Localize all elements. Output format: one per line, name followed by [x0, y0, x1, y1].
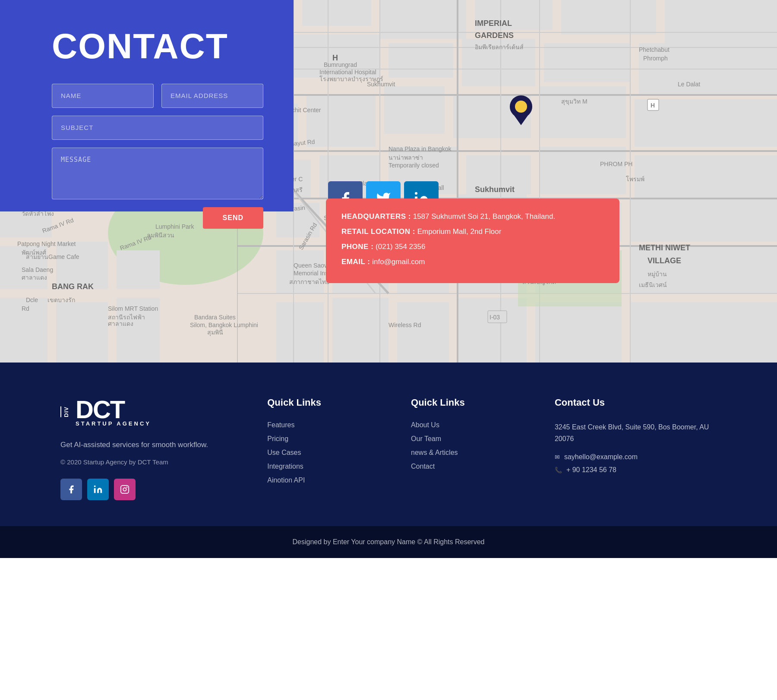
svg-text:I-03: I-03 [490, 314, 500, 321]
contact-panel: CONTACT SEND [0, 0, 294, 211]
instagram-footer-icon [120, 485, 130, 494]
footer-instagram-button[interactable] [114, 479, 136, 500]
logo-subtitle: STARTUP AGENCY [76, 420, 151, 427]
svg-text:BANG RAK: BANG RAK [52, 282, 94, 291]
svg-text:เขตบางรัก: เขตบางรัก [47, 296, 75, 303]
svg-rect-11 [544, 43, 630, 82]
svg-text:Le Dalat: Le Dalat [678, 81, 700, 88]
email-info: EMAIL : info@gmail.com [341, 256, 604, 268]
svg-text:เมธีนิเวศน์: เมธีนิเวศน์ [639, 281, 667, 288]
svg-text:สุมพินี: สุมพินี [207, 329, 223, 336]
svg-point-144 [415, 192, 417, 195]
svg-point-150 [123, 488, 126, 491]
svg-rect-52 [630, 302, 777, 363]
footer-email: sayhello@example.com [564, 453, 638, 461]
svg-text:PHROM PH: PHROM PH [600, 161, 632, 167]
svg-text:Dcle: Dcle [26, 296, 38, 303]
svg-text:Lumphini Park: Lumphini Park [155, 223, 194, 230]
footer-phone-item: 📞 + 90 1234 56 78 [555, 466, 717, 474]
svg-rect-34 [630, 199, 777, 242]
message-row [52, 148, 263, 199]
logo-divs-text: DIV [60, 407, 69, 417]
svg-rect-37 [117, 250, 160, 289]
svg-text:Bumrungrad: Bumrungrad [324, 61, 357, 68]
svg-text:หมู่บ้าน: หมู่บ้าน [648, 271, 667, 278]
footer-link-news[interactable]: news & Articles [411, 449, 529, 457]
footer-address: 3245 East Creek Blvd, Suite 590, Bos Boo… [555, 421, 717, 445]
svg-text:Silom MRT Station: Silom MRT Station [108, 305, 158, 312]
svg-rect-9 [388, 43, 453, 78]
footer-brand: DIV DCT STARTUP AGENCY Get AI-assisted s… [60, 397, 254, 500]
subject-row [52, 116, 263, 140]
svg-text:สุขุมวิท M: สุขุมวิท M [561, 98, 587, 105]
facebook-footer-icon [66, 485, 76, 494]
footer-link-features[interactable]: Features [267, 421, 385, 429]
svg-text:GARDENS: GARDENS [475, 31, 514, 40]
quick-links-1-title: Quick Links [267, 397, 385, 408]
svg-rect-47 [276, 302, 324, 363]
brand-logo: DIV DCT STARTUP AGENCY [60, 397, 237, 427]
svg-text:สภากาชาดไทย: สภากาชาดไทย [289, 278, 329, 285]
retail-info: RETAIL LOCATION : Emporium Mall, 2nd Flo… [341, 226, 604, 238]
svg-text:โพรมพ์: โพรมพ์ [626, 176, 644, 183]
submit-button[interactable]: SEND [203, 207, 263, 229]
footer-link-about[interactable]: About Us [411, 421, 529, 429]
svg-rect-3 [380, 0, 466, 39]
svg-text:Nana Plaza in Bangkok: Nana Plaza in Bangkok [388, 145, 452, 152]
copyright-text: © 2020 Startup Agency by DCT Team [60, 458, 237, 466]
map-pin [509, 95, 533, 127]
subject-input[interactable] [52, 116, 263, 140]
svg-rect-149 [121, 486, 129, 493]
svg-text:International Hospital: International Hospital [319, 69, 376, 76]
svg-text:Patpong Night Market: Patpong Night Market [17, 240, 76, 247]
footer-link-integrations[interactable]: Integrations [267, 463, 385, 470]
bottom-bar-text: Designed by Enter Your company Name © Al… [12, 538, 765, 546]
svg-text:Wireless Rd: Wireless Rd [388, 322, 421, 328]
footer-linkedin-button[interactable] [87, 479, 109, 500]
svg-text:VILLAGE: VILLAGE [648, 256, 681, 265]
footer-quick-links-1: Quick Links Features Pricing Use Cases I… [254, 397, 398, 500]
svg-text:Bandara Suites: Bandara Suites [194, 314, 236, 321]
name-email-row [52, 84, 263, 108]
svg-marker-147 [514, 115, 528, 125]
svg-rect-26 [540, 147, 626, 194]
svg-text:สามย่านGame Cafe: สามย่านGame Cafe [26, 253, 79, 260]
footer-link-our-team[interactable]: Our Team [411, 435, 529, 443]
svg-text:Silom, Bangkok Lumphini: Silom, Bangkok Lumphini [190, 322, 258, 328]
footer-phone: + 90 1234 56 78 [566, 466, 616, 474]
svg-rect-49 [397, 302, 449, 363]
svg-text:Phetchabut: Phetchabut [639, 46, 670, 53]
svg-rect-51 [535, 302, 622, 363]
message-textarea[interactable] [52, 148, 263, 199]
email-input[interactable] [161, 84, 263, 108]
svg-text:H: H [332, 54, 338, 62]
svg-text:อิมพีเรียลการ์เด้นส์: อิมพีเรียลการ์เด้นส์ [475, 44, 524, 50]
bottom-bar: Designed by Enter Your company Name © Al… [0, 526, 777, 558]
phone-info: PHONE : (021) 354 2356 [341, 241, 604, 253]
svg-text:METHI NIWET: METHI NIWET [639, 243, 690, 252]
footer: DIV DCT STARTUP AGENCY Get AI-assisted s… [0, 363, 777, 526]
footer-link-pricing[interactable]: Pricing [267, 435, 385, 443]
svg-text:โรงพยาบาลบำรุงราษฎร์: โรงพยาบาลบำรุงราษฎร์ [319, 76, 383, 83]
svg-point-148 [94, 486, 96, 487]
footer-link-ainotion[interactable]: Ainotion API [267, 476, 385, 484]
svg-text:H: H [651, 102, 655, 109]
footer-facebook-button[interactable] [60, 479, 82, 500]
svg-rect-27 [635, 155, 777, 199]
footer-email-item: ✉ sayhello@example.com [555, 453, 717, 461]
footer-link-contact[interactable]: Contact [411, 463, 529, 470]
name-input[interactable] [52, 84, 154, 108]
svg-text:Sala Daeng: Sala Daeng [22, 266, 53, 273]
footer-link-use-cases[interactable]: Use Cases [267, 449, 385, 457]
svg-text:นาน่าพลาซ่า: นาน่าพลาซ่า [388, 154, 423, 161]
phone-icon: 📞 [555, 467, 562, 473]
quick-links-2-title: Quick Links [411, 397, 529, 408]
svg-rect-5 [561, 0, 656, 35]
brand-tagline: Get AI-assisted services for smooth work… [60, 439, 237, 451]
svg-point-151 [126, 487, 128, 488]
svg-point-146 [515, 101, 527, 113]
svg-text:สถานีรถไฟฟ้า: สถานีรถไฟฟ้า [108, 314, 145, 321]
svg-rect-17 [306, 95, 376, 147]
svg-text:Temporarily closed: Temporarily closed [388, 162, 439, 169]
svg-text:ศาลาแดง: ศาลาแดง [22, 274, 47, 281]
